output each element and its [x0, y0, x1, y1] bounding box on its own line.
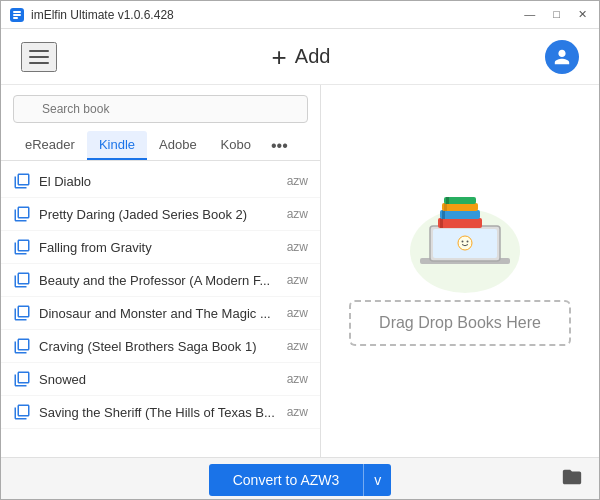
- book-format: azw: [287, 372, 308, 386]
- convert-dropdown-button[interactable]: v: [363, 464, 391, 496]
- drop-illustration: [400, 196, 520, 286]
- book-title: Beauty and the Professor (A Modern F...: [39, 273, 279, 288]
- chevron-down-icon: v: [374, 472, 381, 488]
- svg-point-16: [458, 236, 472, 250]
- more-tabs-button[interactable]: •••: [263, 132, 296, 160]
- book-list-item[interactable]: Dinosaur and Monster and The Magic ...az…: [1, 297, 320, 330]
- svg-point-18: [467, 241, 469, 243]
- right-panel: Drag Drop Books Here: [321, 85, 599, 457]
- hamburger-line: [29, 50, 49, 52]
- book-title: Falling from Gravity: [39, 240, 279, 255]
- book-title: Pretty Daring (Jaded Series Book 2): [39, 207, 279, 222]
- book-title: Saving the Sheriff (The Hills of Texas B…: [39, 405, 279, 420]
- svg-rect-8: [438, 218, 482, 228]
- titlebar: imElfin Ultimate v1.0.6.428 — □ ✕: [1, 1, 599, 29]
- book-icon: [13, 238, 31, 256]
- titlebar-controls[interactable]: — □ ✕: [520, 8, 591, 21]
- book-list: El DiabloazwPretty Daring (Jaded Series …: [1, 161, 320, 457]
- hamburger-line: [29, 62, 49, 64]
- app-icon: [9, 7, 25, 23]
- footer: Convert to AZW3 v: [1, 457, 599, 500]
- book-title: Dinosaur and Monster and The Magic ...: [39, 306, 279, 321]
- book-icon: [13, 205, 31, 223]
- main-content: eReader Kindle Adobe Kobo ••• El Diabloa…: [1, 85, 599, 457]
- search-container: [1, 85, 320, 131]
- book-title: El Diablo: [39, 174, 279, 189]
- svg-rect-1: [13, 11, 21, 13]
- book-list-item[interactable]: Pretty Daring (Jaded Series Book 2)azw: [1, 198, 320, 231]
- maximize-button[interactable]: □: [549, 8, 564, 21]
- svg-rect-13: [444, 203, 447, 211]
- add-button[interactable]: + Add: [272, 44, 331, 70]
- book-format: azw: [287, 273, 308, 287]
- book-list-item[interactable]: El Diabloazw: [1, 165, 320, 198]
- tab-ereader[interactable]: eReader: [13, 131, 87, 160]
- book-format: azw: [287, 240, 308, 254]
- add-plus-icon: +: [272, 44, 287, 70]
- close-button[interactable]: ✕: [574, 8, 591, 21]
- book-list-item[interactable]: Craving (Steel Brothers Saga Book 1)azw: [1, 330, 320, 363]
- drop-zone-label: Drag Drop Books Here: [379, 314, 541, 331]
- book-format: azw: [287, 174, 308, 188]
- titlebar-title: imElfin Ultimate v1.0.6.428: [31, 8, 174, 22]
- book-format: azw: [287, 339, 308, 353]
- book-icon: [13, 304, 31, 322]
- tab-bar: eReader Kindle Adobe Kobo •••: [1, 131, 320, 161]
- book-list-item[interactable]: Saving the Sheriff (The Hills of Texas B…: [1, 396, 320, 429]
- search-input[interactable]: [13, 95, 308, 123]
- add-button-label: Add: [295, 45, 331, 68]
- tab-adobe[interactable]: Adobe: [147, 131, 209, 160]
- svg-rect-9: [440, 218, 443, 228]
- svg-rect-10: [440, 210, 480, 219]
- drop-zone[interactable]: Drag Drop Books Here: [349, 300, 571, 346]
- convert-button[interactable]: Convert to AZW3: [209, 464, 364, 496]
- left-panel: eReader Kindle Adobe Kobo ••• El Diabloa…: [1, 85, 321, 457]
- book-icon: [13, 337, 31, 355]
- svg-rect-15: [446, 197, 449, 204]
- book-title: Snowed: [39, 372, 279, 387]
- user-profile-button[interactable]: [545, 40, 579, 74]
- book-icon: [13, 172, 31, 190]
- svg-rect-2: [13, 14, 21, 16]
- folder-icon: [561, 466, 583, 488]
- book-format: azw: [287, 405, 308, 419]
- user-icon: [553, 48, 571, 66]
- book-icon: [13, 271, 31, 289]
- books-laptop-illustration: [400, 196, 530, 296]
- svg-point-17: [462, 241, 464, 243]
- book-format: azw: [287, 207, 308, 221]
- svg-rect-12: [442, 203, 478, 211]
- hamburger-menu-button[interactable]: [21, 42, 57, 72]
- search-wrapper: [13, 95, 308, 123]
- convert-button-label: Convert to AZW3: [233, 472, 340, 488]
- book-list-item[interactable]: Falling from Gravityazw: [1, 231, 320, 264]
- book-format: azw: [287, 306, 308, 320]
- book-icon: [13, 403, 31, 421]
- hamburger-line: [29, 56, 49, 58]
- book-title: Craving (Steel Brothers Saga Book 1): [39, 339, 279, 354]
- svg-rect-11: [442, 210, 445, 219]
- folder-button[interactable]: [561, 466, 583, 493]
- tab-kobo[interactable]: Kobo: [209, 131, 263, 160]
- svg-rect-3: [13, 17, 18, 19]
- book-list-item[interactable]: Beauty and the Professor (A Modern F...a…: [1, 264, 320, 297]
- titlebar-left: imElfin Ultimate v1.0.6.428: [9, 7, 174, 23]
- book-list-item[interactable]: Snowedazw: [1, 363, 320, 396]
- minimize-button[interactable]: —: [520, 8, 539, 21]
- header: + Add: [1, 29, 599, 85]
- tab-kindle[interactable]: Kindle: [87, 131, 147, 160]
- book-icon: [13, 370, 31, 388]
